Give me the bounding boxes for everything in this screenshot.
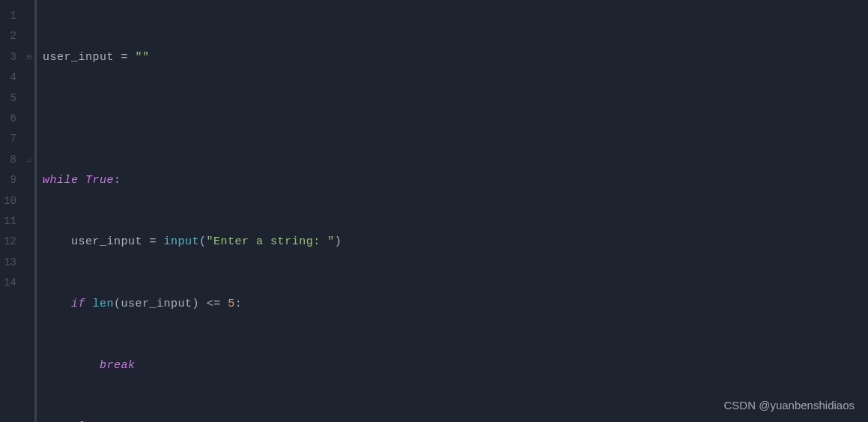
line-number: 14 xyxy=(0,273,16,293)
line-number: 9 xyxy=(0,170,16,190)
line-number: 2 xyxy=(0,26,16,46)
code-line[interactable]: if len(user_input) <= 5: xyxy=(43,294,868,314)
line-number: 10 xyxy=(0,191,16,211)
line-number: 3 xyxy=(0,47,16,67)
line-number: 13 xyxy=(0,253,16,273)
fold-spacer xyxy=(24,26,34,46)
line-number: 6 xyxy=(0,109,16,129)
fold-spacer xyxy=(24,88,34,109)
line-number: 12 xyxy=(0,232,16,252)
fold-spacer xyxy=(24,6,34,26)
line-number-gutter: 1 2 3 4 5 6 7 8 9 10 11 12 13 14 xyxy=(0,0,24,422)
code-line[interactable]: user_input = input("Enter a string: ") xyxy=(43,232,868,252)
code-line[interactable]: user_input = "" xyxy=(43,47,868,67)
fold-spacer xyxy=(24,129,34,149)
fold-collapse-icon[interactable]: ⊟ xyxy=(24,47,34,67)
editor-container: 1 2 3 4 5 6 7 8 9 10 11 12 13 14 ⊟ ⌂ use… xyxy=(0,0,868,422)
fold-spacer xyxy=(24,67,34,88)
code-line[interactable]: while True: xyxy=(43,170,868,190)
fold-gutter: ⊟ ⌂ xyxy=(24,0,34,422)
code-content[interactable]: user_input = "" while True: user_input =… xyxy=(34,0,868,422)
line-number: 7 xyxy=(0,129,16,149)
fold-end-icon: ⌂ xyxy=(24,150,34,170)
line-number: 8 xyxy=(0,150,16,170)
code-editor[interactable]: 1 2 3 4 5 6 7 8 9 10 11 12 13 14 ⊟ ⌂ use… xyxy=(0,0,868,422)
line-number: 1 xyxy=(0,6,16,26)
code-line[interactable]: else: xyxy=(43,417,868,422)
line-number: 5 xyxy=(0,88,16,109)
fold-spacer xyxy=(24,109,34,129)
code-line[interactable] xyxy=(43,109,868,129)
watermark: CSDN @yuanbenshidiaos xyxy=(724,399,855,412)
code-line[interactable]: break xyxy=(43,355,868,376)
line-number: 4 xyxy=(0,67,16,88)
line-number: 11 xyxy=(0,211,16,232)
